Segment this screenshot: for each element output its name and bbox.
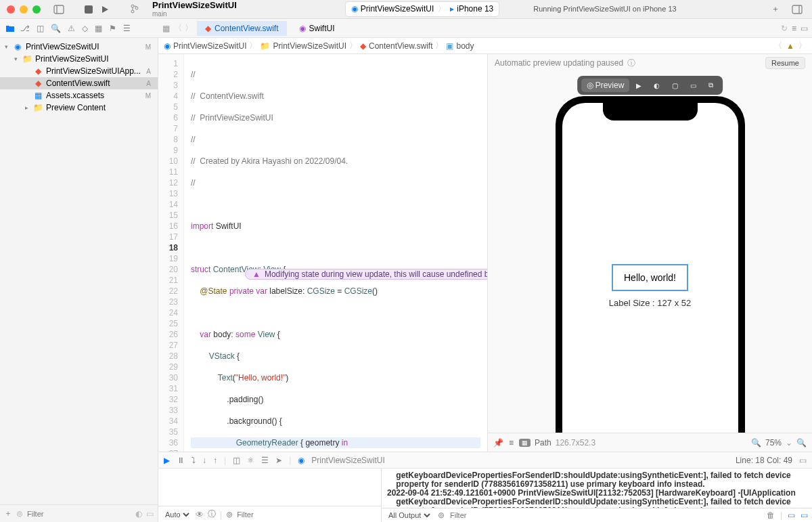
step-into-icon[interactable]: ↓ (202, 456, 206, 465)
tree-group[interactable]: ▾📁PrintViewSizeSwitUI (0, 53, 158, 65)
symbol-nav-icon[interactable]: ◫ (37, 24, 44, 33)
prev-issue-icon[interactable]: 〈 (774, 40, 782, 51)
tree-root[interactable]: ▾◉PrintViewSizeSwitUIM (0, 41, 158, 53)
bc-project[interactable]: PrintViewSizeSwitUI (173, 41, 246, 51)
tab-contentview[interactable]: ◆ ContentView.swift (197, 21, 287, 36)
cursor-position: Line: 18 Col: 49 (736, 456, 792, 465)
console-text[interactable]: getKeyboardDevicePropertiesForSenderID:s… (382, 469, 812, 508)
filter-icon: ⊚ (226, 510, 233, 519)
info-icon[interactable]: ⓘ (627, 58, 635, 69)
variables-view[interactable]: Auto 👁 ⓘ | ⊚ (158, 469, 382, 522)
bc-file[interactable]: ContentView.swift (369, 41, 433, 51)
scheme-target: PrintViewSizeSwitUI (361, 4, 434, 14)
report-nav-icon[interactable]: ☰ (123, 24, 131, 33)
resume-button[interactable]: Resume (765, 57, 805, 69)
debug-target[interactable]: PrintViewSizeSwitUI (311, 456, 384, 465)
target-icon: ◉ (298, 456, 304, 465)
window-controls (7, 5, 41, 14)
zoom-window-icon[interactable] (32, 5, 41, 14)
location-icon[interactable]: ➤ (275, 456, 282, 465)
sidebar-toggle-icon[interactable] (53, 4, 64, 15)
project-icon: ◉ (164, 41, 171, 51)
device-settings-icon[interactable]: ▢ (667, 80, 683, 91)
pause-icon[interactable]: ⏸ (177, 456, 185, 465)
stop-button[interactable] (83, 4, 94, 15)
bc-symbol[interactable]: body (456, 41, 474, 51)
continue-icon[interactable]: ▶ (164, 456, 170, 465)
recent-filter-icon[interactable]: ◐ (135, 509, 142, 519)
source-editor[interactable]: 1234567891011121314151617181920212223242… (158, 54, 487, 452)
tab-swiftui[interactable]: ◉ SwiftUI (291, 21, 343, 36)
svg-rect-6 (792, 5, 802, 14)
editor-options-icon[interactable]: ▭ (800, 24, 808, 33)
add-tab-icon[interactable]: ＋ (770, 4, 781, 15)
add-file-icon[interactable]: ＋ (4, 508, 12, 519)
back-icon[interactable]: 〈 (174, 22, 182, 34)
zoom-chevron-icon[interactable]: ⌄ (786, 438, 792, 448)
step-out-icon[interactable]: ↑ (213, 456, 217, 465)
reload-icon[interactable]: ↻ (781, 24, 788, 33)
variants-icon[interactable]: ◐ (648, 80, 665, 91)
console-filter-input[interactable] (450, 511, 761, 519)
find-nav-icon[interactable]: 🔍 (51, 24, 61, 33)
debug-view-icon[interactable]: ◫ (233, 456, 240, 465)
step-over-icon[interactable]: ⤵ (191, 456, 196, 465)
zoom-level[interactable]: 75% (765, 438, 782, 448)
live-preview-icon[interactable]: ▶ (631, 80, 647, 91)
tree-preview-content[interactable]: ▸📁Preview Content (0, 102, 158, 114)
variables-scope-select[interactable]: Auto (162, 510, 191, 519)
tab-label: ContentView.swift (215, 24, 279, 33)
close-window-icon[interactable] (7, 5, 15, 14)
issue-nav-icon[interactable]: ⚠ (68, 24, 75, 33)
code-content[interactable]: // // ContentView.swift // PrintViewSize… (184, 54, 487, 452)
tree-file-app[interactable]: ◆PrintViewSizeSwitUIApp...A (0, 65, 158, 77)
debug-nav-icon[interactable]: ▦ (95, 24, 102, 33)
print-description-icon[interactable]: ⓘ (208, 508, 216, 520)
memory-graph-icon[interactable]: ⚛ (247, 456, 254, 465)
jump-bar[interactable]: ◉ PrintViewSizeSwitUI〉 📁 PrintViewSizeSw… (158, 38, 812, 54)
device-screen[interactable]: Hello, world! Label Size : 127 x 52 (562, 103, 738, 433)
related-items-icon[interactable]: ▦ (162, 24, 170, 33)
navigator-toolbar: ⎇ ◫ 🔍 ⚠ ◇ ▦ ⚑ ☰ ▦ 〈 〉 ◆ ContentView.swif… (0, 19, 812, 38)
preview-size-label: Label Size : 127 x 52 (609, 298, 691, 308)
show-console-icon[interactable]: ▭ (800, 510, 808, 520)
next-issue-icon[interactable]: 〉 (798, 40, 807, 51)
library-icon[interactable] (792, 4, 803, 15)
preview-list-icon[interactable]: ≡ (509, 438, 514, 448)
source-control-nav-icon[interactable]: ⎇ (20, 24, 30, 33)
inline-diagnostic[interactable]: ▲ Modifying state during view update, th… (245, 269, 487, 280)
minimize-window-icon[interactable] (20, 5, 28, 14)
breakpoint-nav-icon[interactable]: ⚑ (109, 24, 116, 33)
console-output-select[interactable]: All Output (386, 510, 432, 520)
preview-mode-button[interactable]: ◎Preview (581, 79, 630, 92)
pin-preview-icon[interactable]: 📌 (493, 438, 503, 448)
trash-icon[interactable]: 🗑 (767, 510, 775, 520)
adjust-editor-icon[interactable]: ≡ (792, 24, 796, 33)
zoom-in-icon[interactable]: 🔍 (796, 438, 807, 448)
preview-device-icon[interactable]: ▭ (685, 80, 702, 91)
bc-group[interactable]: PrintViewSizeSwitUI (273, 41, 346, 51)
forward-icon[interactable]: 〉 (185, 22, 193, 34)
warning-icon[interactable]: ▲ (786, 41, 794, 51)
navigator-filter-input[interactable] (27, 510, 131, 518)
environment-icon[interactable]: ☰ (261, 456, 269, 465)
svg-point-4 (131, 10, 134, 13)
swiftui-icon: ◉ (299, 24, 306, 33)
scm-filter-icon[interactable]: ▭ (146, 509, 154, 519)
tree-file-contentview[interactable]: ◆ContentView.swiftA (0, 77, 158, 89)
variables-filter-input[interactable] (237, 510, 377, 519)
minimap-icon[interactable]: ▭ (799, 456, 807, 465)
branch-icon[interactable] (129, 3, 140, 14)
show-variables-icon[interactable]: ▭ (788, 510, 795, 520)
branch-name: main (152, 10, 237, 18)
tree-assets[interactable]: ▦Assets.xcassetsM (0, 89, 158, 102)
quicklook-icon[interactable]: 👁 (196, 510, 204, 519)
test-nav-icon[interactable]: ◇ (82, 24, 88, 33)
duplicate-preview-icon[interactable]: ⧉ (703, 79, 719, 91)
scheme-selector[interactable]: ◉ PrintViewSizeSwitUI 〉 ▸ iPhone 13 (345, 1, 500, 17)
folder-nav-icon[interactable] (5, 24, 15, 33)
console-output[interactable]: getKeyboardDevicePropertiesForSenderID:s… (382, 469, 812, 522)
run-button[interactable] (99, 4, 110, 15)
preview-status: Automatic preview updating paused (495, 58, 623, 68)
zoom-out-icon[interactable]: 🔍 (751, 438, 761, 448)
